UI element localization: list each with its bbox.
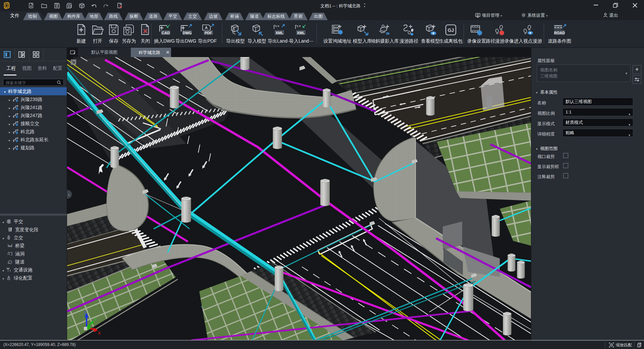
svg-text:Y: Y	[94, 317, 97, 322]
svg-text:CAD: CAD	[162, 31, 170, 35]
svg-text:PDF: PDF	[205, 31, 212, 35]
svg-text:‹: ‹	[68, 193, 69, 197]
svg-text:ROAD: ROAD	[554, 31, 565, 35]
svg-text:Z: Z	[84, 310, 86, 315]
svg-text:GJ: GJ	[448, 28, 454, 33]
svg-text:XML: XML	[297, 31, 305, 35]
svg-text:X: X	[98, 331, 101, 336]
svg-text:DWG: DWG	[183, 31, 192, 35]
svg-text:XML: XML	[275, 31, 283, 35]
